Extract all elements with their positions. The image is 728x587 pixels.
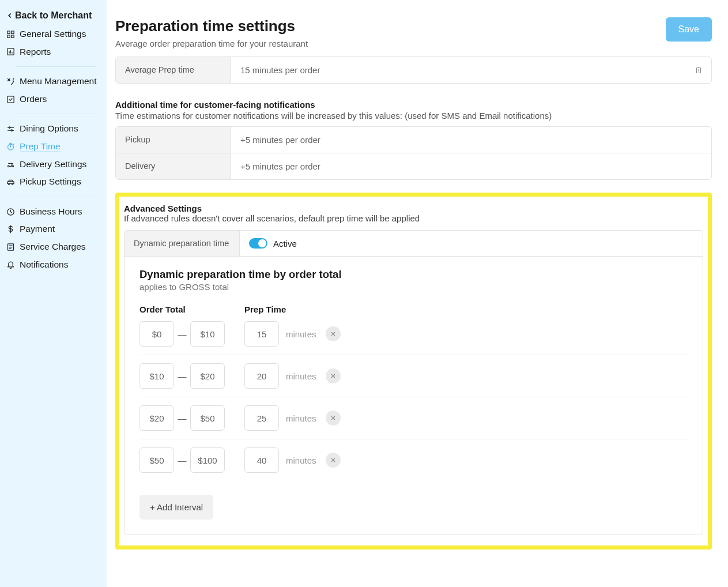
avg-prep-label: Average Prep time: [116, 57, 231, 83]
close-icon: [330, 415, 336, 421]
advanced-highlight: Advanced Settings If advanced rules does…: [115, 193, 712, 550]
interval-from-input[interactable]: [139, 321, 174, 347]
minutes-label: minutes: [286, 329, 316, 339]
car-icon: [5, 178, 16, 186]
delivery-label: Delivery: [116, 153, 231, 179]
interval-to-input[interactable]: [190, 321, 225, 347]
sidebar-item-pickup-settings[interactable]: Pickup Settings: [0, 173, 107, 191]
svg-rect-2: [7, 35, 9, 37]
minutes-label: minutes: [286, 456, 316, 465]
interval-row: —minutes: [139, 439, 688, 481]
dynamic-body-sub: applies to GROSS total: [139, 282, 688, 292]
dynamic-panel: Dynamic preparation time Active Dynamic …: [124, 230, 703, 535]
bell-icon: [5, 260, 16, 269]
interval-to-input[interactable]: [190, 363, 225, 389]
save-button[interactable]: Save: [666, 17, 712, 42]
sliders-icon: [5, 125, 16, 133]
note-icon: [695, 67, 702, 74]
dollar-icon: [5, 225, 16, 234]
interval-to-input[interactable]: [190, 447, 225, 473]
check-icon: [5, 95, 16, 104]
sidebar-item-label: Notifications: [20, 259, 68, 270]
interval-from-input[interactable]: [139, 447, 174, 473]
sidebar-item-reports[interactable]: Reports: [0, 43, 107, 61]
table-row: Delivery +5 minutes per order: [116, 153, 711, 179]
additional-sub: Time estimations for customer notificati…: [115, 111, 712, 121]
prep-time-input[interactable]: [244, 321, 279, 347]
nav-divider: [16, 197, 96, 197]
col-order-total: Order Total: [139, 304, 244, 314]
dash-separator: —: [174, 329, 190, 339]
prep-time-input[interactable]: [244, 363, 279, 389]
col-prep-time: Prep Time: [244, 304, 286, 314]
back-label: Back to Merchant: [15, 10, 92, 21]
sidebar-item-prep-time[interactable]: Prep Time: [0, 138, 107, 156]
page-subtitle: Average order preparation time for your …: [115, 39, 308, 48]
sidebar-item-payment[interactable]: Payment: [0, 220, 107, 238]
sidebar-item-label: Dining Options: [20, 123, 78, 134]
minutes-label: minutes: [286, 413, 316, 423]
table-row: Pickup +5 minutes per order: [116, 127, 711, 153]
timer-icon: [5, 142, 16, 151]
nav-divider: [16, 114, 96, 114]
sidebar-item-dining-options[interactable]: Dining Options: [0, 120, 107, 138]
prep-time-input[interactable]: [244, 405, 279, 431]
dash-separator: —: [174, 413, 190, 423]
svg-rect-1: [11, 31, 13, 33]
dashboard-icon: [5, 30, 16, 39]
sidebar-item-general-settings[interactable]: General Settings: [0, 25, 107, 43]
sidebar-item-delivery-settings[interactable]: Delivery Settings: [0, 156, 107, 174]
sidebar-item-label: Payment: [20, 224, 55, 235]
sidebar-item-label: Prep Time: [20, 141, 61, 152]
interval-row: —minutes: [139, 397, 688, 439]
sidebar-item-label: Service Charges: [20, 242, 86, 253]
scooter-icon: [5, 160, 16, 168]
delete-interval-button[interactable]: [326, 453, 341, 468]
svg-rect-3: [11, 35, 13, 37]
additional-table: Pickup +5 minutes per order Delivery +5 …: [115, 126, 712, 180]
advanced-sub: If advanced rules doesn't cover all scen…: [124, 213, 703, 223]
close-icon: [330, 373, 336, 379]
close-icon: [330, 457, 336, 463]
svg-rect-8: [7, 96, 13, 102]
sidebar-item-orders[interactable]: Orders: [0, 91, 107, 108]
sidebar-item-menu-management[interactable]: Menu Management: [0, 73, 107, 91]
chevron-left-icon: [6, 12, 14, 20]
pickup-label: Pickup: [116, 127, 231, 153]
add-interval-button[interactable]: + Add Interval: [139, 495, 213, 520]
delete-interval-button[interactable]: [326, 411, 341, 426]
sidebar-item-business-hours[interactable]: Business Hours: [0, 203, 107, 221]
delete-interval-button[interactable]: [326, 368, 341, 383]
sidebar-item-service-charges[interactable]: Service Charges: [0, 238, 107, 256]
interval-to-input[interactable]: [190, 405, 225, 431]
sidebar-item-label: Menu Management: [20, 76, 97, 87]
utensils-icon: [5, 77, 16, 86]
sidebar-item-label: Orders: [20, 94, 47, 105]
sidebar-item-label: Pickup Settings: [20, 176, 81, 187]
chart-icon: [5, 47, 16, 56]
sidebar-item-label: General Settings: [20, 29, 86, 40]
receipt-icon: [5, 243, 16, 251]
advanced-heading: Advanced Settings: [124, 204, 703, 213]
sidebar-item-label: Reports: [20, 47, 51, 58]
page-title: Preparation time settings: [115, 17, 308, 35]
active-toggle[interactable]: [249, 238, 267, 249]
interval-row: —minutes: [139, 355, 688, 397]
avg-prep-row: Average Prep time 15 minutes per order: [115, 57, 712, 84]
sidebar-item-notifications[interactable]: Notifications: [0, 256, 107, 274]
pickup-value: +5 minutes per order: [231, 127, 711, 153]
sidebar-item-label: Delivery Settings: [20, 159, 86, 170]
sidebar-item-label: Business Hours: [20, 206, 82, 217]
prep-time-input[interactable]: [244, 447, 279, 473]
back-to-merchant-link[interactable]: Back to Merchant: [0, 6, 107, 25]
delete-interval-button[interactable]: [326, 326, 341, 341]
minutes-label: minutes: [286, 371, 316, 381]
sidebar: Back to Merchant General SettingsReports…: [0, 0, 107, 587]
interval-from-input[interactable]: [139, 405, 174, 431]
dash-separator: —: [174, 456, 190, 465]
nav-divider: [16, 66, 96, 67]
interval-from-input[interactable]: [139, 363, 174, 389]
svg-rect-0: [7, 31, 9, 33]
clock-icon: [5, 208, 16, 216]
avg-prep-value: 15 minutes per order: [240, 65, 320, 75]
